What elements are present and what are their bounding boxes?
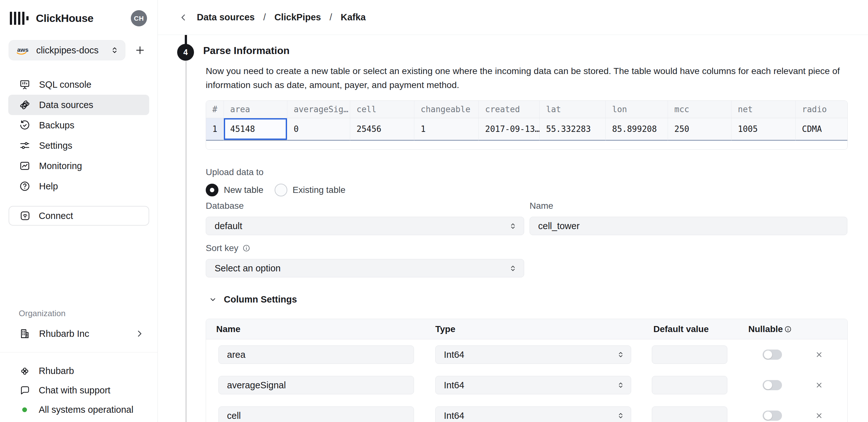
nullable-toggle-off[interactable]: [763, 411, 782, 421]
connect-label: Connect: [39, 211, 73, 221]
preview-header-cell[interactable]: radio: [796, 101, 847, 118]
sidebar-item-label: Settings: [39, 140, 72, 151]
toggle-knob: [764, 350, 772, 359]
column-settings-toggle[interactable]: Column Settings: [209, 294, 297, 305]
instance-selector[interactable]: aws clickpipes-docs: [8, 40, 125, 60]
data-sources-icon: [19, 99, 30, 111]
backups-icon: [19, 119, 30, 131]
sidebar-item-label: Help: [39, 181, 58, 192]
breadcrumb-clickpipes[interactable]: ClickPipes: [274, 12, 321, 23]
avatar[interactable]: CH: [131, 10, 147, 26]
breadcrumb-kafka[interactable]: Kafka: [341, 12, 366, 23]
chevron-updown-icon: [509, 264, 517, 272]
name-label: Name: [530, 201, 553, 211]
preview-header-cell[interactable]: mcc: [668, 101, 732, 118]
column-default-input[interactable]: [652, 406, 727, 422]
chevron-right-icon: [134, 329, 144, 338]
preview-header-cell[interactable]: lon: [606, 101, 668, 118]
radio-selected-icon: [206, 184, 218, 196]
connect-button[interactable]: Connect: [8, 206, 149, 226]
column-type-select[interactable]: Int64: [435, 345, 631, 364]
flower-icon: [19, 366, 30, 376]
column-type-value: Int64: [444, 411, 464, 421]
footer-item-label: Rhubarb: [39, 366, 74, 376]
column-default-input[interactable]: [652, 376, 727, 394]
remove-column-button[interactable]: [814, 381, 824, 390]
preview-cell[interactable]: 85.899208: [606, 118, 668, 141]
help-icon: [19, 180, 30, 192]
status-green-dot-icon: [22, 407, 27, 412]
sort-key-select-value: Select an option: [215, 263, 281, 274]
monitoring-icon: [19, 160, 30, 172]
nullable-toggle-off[interactable]: [763, 380, 782, 390]
building-icon: [19, 328, 30, 339]
database-label: Database: [206, 201, 244, 211]
organization-row[interactable]: Rhubarb Inc: [8, 323, 149, 344]
preview-cell[interactable]: 55.332283: [540, 118, 606, 141]
preview-header-cell[interactable]: changeable: [414, 101, 479, 118]
nullable-toggle-off[interactable]: [763, 349, 782, 360]
sidebar-item-help[interactable]: Help: [8, 176, 149, 196]
footer-item-rhubarb[interactable]: Rhubarb: [8, 361, 149, 381]
preview-cell[interactable]: 2017-09-13…: [479, 118, 540, 141]
preview-header-cell[interactable]: lat: [540, 101, 606, 118]
sidebar-item-data-sources[interactable]: Data sources: [8, 95, 149, 115]
preview-cell[interactable]: 250: [668, 118, 732, 141]
radio-unselected-icon: [275, 184, 287, 196]
column-default-input[interactable]: [652, 345, 727, 364]
info-icon[interactable]: [784, 326, 792, 333]
breadcrumb-data-sources[interactable]: Data sources: [197, 12, 255, 23]
connect-icon: [19, 210, 31, 222]
preview-cell[interactable]: CDMA: [796, 118, 847, 141]
back-button[interactable]: [179, 13, 188, 22]
chat-bubble-icon: [19, 385, 30, 396]
sidebar-item-backups[interactable]: Backups: [8, 115, 149, 135]
column-settings-title: Column Settings: [224, 294, 297, 305]
column-settings-row: Int64: [206, 400, 847, 422]
sql-console-icon: [19, 79, 30, 90]
preview-cell[interactable]: 1: [414, 118, 479, 141]
column-name-input[interactable]: [218, 376, 414, 394]
radio-new-table[interactable]: New table: [206, 184, 264, 196]
breadcrumb-separator: /: [263, 12, 266, 23]
preview-header-cell[interactable]: created: [479, 101, 540, 118]
preview-cell[interactable]: 0: [287, 118, 350, 141]
radio-existing-table[interactable]: Existing table: [275, 184, 346, 196]
column-settings-row: Int64: [206, 370, 847, 400]
remove-column-button[interactable]: [814, 411, 824, 420]
preview-header-cell[interactable]: area: [224, 101, 287, 118]
sidebar: ClickHouse CH aws clickpipes-docs: [0, 0, 158, 422]
preview-cell[interactable]: 25456: [350, 118, 414, 141]
column-name-input[interactable]: [218, 345, 414, 364]
sidebar-item-monitoring[interactable]: Monitoring: [8, 156, 149, 176]
preview-header-cell[interactable]: cell: [350, 101, 414, 118]
stepper-line-top: [185, 35, 187, 45]
preview-header-cell[interactable]: net: [732, 101, 796, 118]
sort-key-select[interactable]: Select an option: [206, 259, 524, 277]
add-service-button[interactable]: [134, 45, 146, 56]
breadcrumb-separator: /: [330, 12, 332, 23]
footer-item-label: Chat with support: [39, 385, 111, 396]
footer-item-system-status[interactable]: All systems operational: [8, 400, 149, 419]
remove-column-button[interactable]: [814, 350, 824, 359]
sidebar-item-settings[interactable]: Settings: [8, 135, 149, 156]
column-settings-table: Name Type Default value Nullable Int64: [206, 319, 848, 422]
footer-item-chat-support[interactable]: Chat with support: [8, 381, 149, 400]
database-select[interactable]: default: [206, 217, 524, 235]
column-type-value: Int64: [444, 380, 464, 391]
column-name-input[interactable]: [218, 406, 414, 422]
column-type-select[interactable]: Int64: [435, 406, 631, 422]
brand-row: ClickHouse CH: [0, 0, 157, 26]
preview-cell[interactable]: 1005: [732, 118, 796, 141]
chevron-updown-icon: [509, 222, 517, 230]
sidebar-item-sql-console[interactable]: SQL console: [8, 74, 149, 95]
page-title: Parse Information: [203, 45, 289, 57]
preview-cell-selected[interactable]: 45148: [224, 118, 287, 141]
preview-header-cell[interactable]: averageSig…: [287, 101, 350, 118]
table-name-input[interactable]: [530, 217, 847, 235]
column-type-select[interactable]: Int64: [435, 376, 631, 394]
preview-table-footer: [206, 141, 847, 149]
preview-header-row: # area averageSig… cell changeable creat…: [206, 101, 847, 118]
preview-row-number: 1: [206, 118, 224, 141]
info-icon[interactable]: [242, 244, 250, 252]
